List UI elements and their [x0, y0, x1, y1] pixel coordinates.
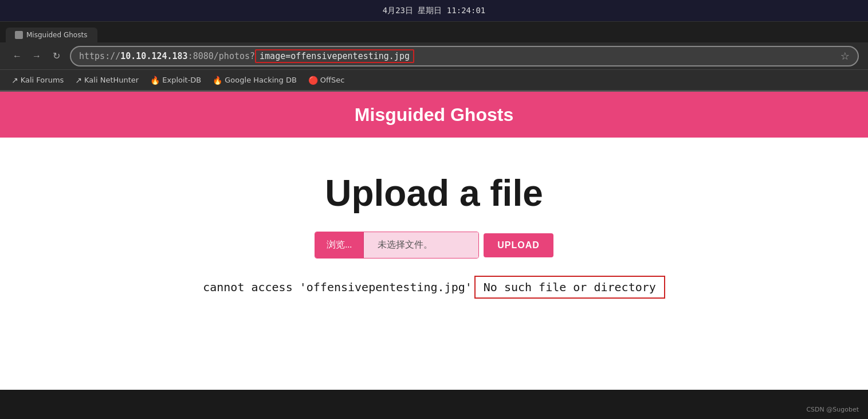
exploit-db-icon: 🔥 — [150, 76, 160, 85]
bookmark-exploit-db[interactable]: 🔥 Exploit-DB — [146, 73, 206, 87]
bookmark-kali-nethunter-label: Kali NetHunter — [84, 76, 139, 84]
tab-favicon — [15, 31, 23, 39]
url-part-host: 10.10.124.183 — [120, 51, 187, 61]
back-button[interactable]: ← — [9, 48, 25, 64]
nav-buttons: ← → ↻ — [9, 48, 64, 64]
refresh-icon: ↻ — [53, 50, 60, 61]
upload-button[interactable]: UPLOAD — [484, 233, 553, 257]
page-content: Misguided Ghosts Upload a file 浏览... 未选择… — [0, 92, 868, 390]
address-bar[interactable]: https:// 10.10.124.183 :8080/photos? ima… — [70, 46, 859, 66]
watermark-text: CSDN @Sugobet — [806, 406, 859, 413]
bookmark-kali-forums[interactable]: ↗ Kali Forums — [7, 73, 68, 87]
main-content: Upload a file 浏览... 未选择文件。 UPLOAD cannot… — [0, 138, 868, 322]
bookmarks-bar: ↗ Kali Forums ↗ Kali NetHunter 🔥 Exploit… — [0, 70, 868, 91]
kali-nethunter-icon: ↗ — [75, 76, 82, 85]
address-bar-row: ← → ↻ https:// 10.10.124.183 :8080/photo… — [0, 42, 868, 70]
upload-title: Upload a file — [325, 172, 543, 214]
bookmark-kali-forums-label: Kali Forums — [21, 76, 64, 84]
file-input-group: 浏览... 未选择文件。 — [315, 232, 479, 259]
browser-tab[interactable]: Misguided Ghosts — [6, 28, 97, 42]
file-label: 未选择文件。 — [364, 232, 478, 258]
browse-button[interactable]: 浏览... — [315, 232, 364, 258]
error-area: cannot access 'offensivepentesting.jpg' … — [203, 276, 665, 299]
bookmark-google-hacking-db[interactable]: 🔥 Google Hacking DB — [208, 73, 301, 87]
tab-bar: Misguided Ghosts — [0, 22, 868, 42]
url-part-https: https:// — [79, 51, 120, 61]
bookmark-offsec-label: OffSec — [320, 76, 345, 84]
forward-icon: → — [32, 51, 41, 61]
watermark: CSDN @Sugobet — [806, 406, 859, 413]
kali-forums-icon: ↗ — [11, 76, 18, 85]
offsec-icon: 🔴 — [308, 76, 318, 85]
bookmark-offsec[interactable]: 🔴 OffSec — [304, 73, 349, 87]
system-datetime: 4月23日 星期日 11:24:01 — [383, 6, 486, 16]
back-icon: ← — [13, 51, 22, 61]
refresh-button[interactable]: ↻ — [48, 48, 64, 64]
upload-form: 浏览... 未选择文件。 UPLOAD — [315, 232, 553, 259]
bookmark-star-icon[interactable]: ☆ — [840, 50, 850, 62]
browser-chrome: Misguided Ghosts ← → ↻ https:// 10.10.12… — [0, 22, 868, 91]
tab-label: Misguided Ghosts — [26, 31, 87, 39]
forward-button[interactable]: → — [29, 48, 45, 64]
url-part-port-path: :8080/photos? — [188, 51, 255, 61]
site-header: Misguided Ghosts — [0, 92, 868, 138]
site-title: Misguided Ghosts — [355, 104, 513, 126]
bookmark-google-hacking-db-label: Google Hacking DB — [225, 76, 297, 84]
error-prefix: cannot access 'offensivepentesting.jpg' — [203, 280, 472, 294]
error-highlighted-message: No such file or directory — [474, 276, 665, 299]
system-bar: 4月23日 星期日 11:24:01 — [0, 0, 868, 22]
bookmark-exploit-db-label: Exploit-DB — [162, 76, 201, 84]
url-part-query-highlighted: image=offensivepentesting.jpg — [255, 49, 414, 63]
google-hacking-db-icon: 🔥 — [213, 76, 222, 85]
bookmark-kali-nethunter[interactable]: ↗ Kali NetHunter — [70, 73, 143, 87]
url-display: https:// 10.10.124.183 :8080/photos? ima… — [79, 49, 836, 63]
